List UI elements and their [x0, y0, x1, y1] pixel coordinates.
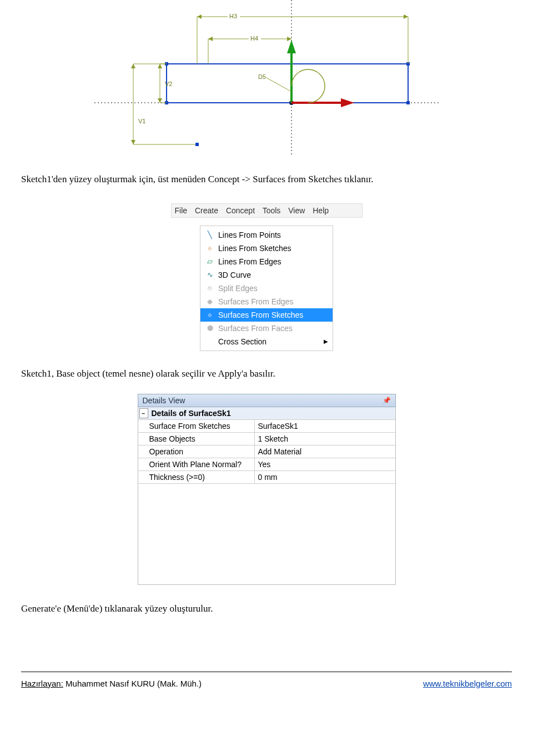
svg-marker-9: [287, 40, 296, 53]
menu-item-surfaces-from-edges: ◆ Surfaces From Edges: [200, 295, 333, 308]
menu-tools[interactable]: Tools: [263, 206, 281, 215]
menu-item-lines-from-sketches[interactable]: ⟐ Lines From Sketches: [200, 242, 333, 255]
dim-d5-label: D5: [258, 73, 266, 80]
menu-item-label: Cross Section: [218, 336, 320, 347]
blank-icon: [205, 337, 215, 346]
collapse-icon[interactable]: −: [139, 408, 148, 418]
menu-item-label: Surfaces From Faces: [218, 323, 328, 334]
footer-prepared-label: Hazırlayan:: [21, 679, 63, 688]
details-value: 0 mm: [255, 471, 395, 483]
svg-marker-30: [131, 64, 135, 68]
details-key: Operation: [138, 445, 255, 458]
line-points-icon: ╲: [205, 231, 215, 239]
menu-item-label: Split Edges: [218, 283, 328, 294]
line-edges-icon: ▱: [205, 257, 215, 266]
menu-item-label: Lines From Edges: [218, 256, 328, 267]
svg-marker-31: [131, 140, 135, 144]
details-value: 1 Sketch: [255, 433, 395, 445]
svg-marker-26: [158, 98, 162, 103]
details-value: SurfaceSk1: [255, 420, 395, 432]
menu-item-label: Surfaces From Edges: [218, 296, 328, 307]
details-value: Yes: [255, 458, 395, 470]
details-key: Surface From Sketches: [138, 420, 255, 432]
details-row[interactable]: Orient With Plane Normal? Yes: [138, 458, 395, 471]
menu-item-label: Lines From Points: [218, 229, 328, 241]
menu-item-cross-section[interactable]: Cross Section ▶: [200, 335, 333, 348]
footer-author: Hazırlayan: Muhammet Nasıf KURU (Mak. Mü…: [21, 679, 202, 688]
details-row[interactable]: Thickness (>=0) 0 mm: [138, 471, 395, 484]
concept-dropdown: ╲ Lines From Points ⟐ Lines From Sketche…: [200, 226, 333, 351]
details-row[interactable]: Surface From Sketches SurfaceSk1: [138, 420, 395, 433]
svg-rect-6: [406, 101, 410, 104]
surface-edges-icon: ◆: [205, 297, 215, 306]
details-key: Thickness (>=0): [138, 471, 255, 483]
svg-marker-15: [404, 14, 408, 19]
details-group-row[interactable]: − Details of SurfaceSk1: [138, 407, 395, 420]
svg-marker-11: [341, 98, 354, 107]
svg-marker-25: [158, 64, 162, 68]
details-value: Add Material: [255, 445, 395, 458]
paragraph-2: Sketch1, Base object (temel nesne) olara…: [21, 367, 512, 381]
details-row[interactable]: Operation Add Material: [138, 445, 395, 458]
surface-sketches-icon: ⟐: [205, 311, 215, 319]
menu-item-surfaces-from-sketches[interactable]: ⟐ Surfaces From Sketches: [200, 308, 333, 322]
footer-author-name: Muhammet Nasıf KURU (Mak. Müh.): [66, 679, 202, 688]
details-key: Orient With Plane Normal?: [138, 458, 255, 470]
menu-item-split-edges: ⎋ Split Edges: [200, 282, 333, 295]
menu-item-label: Lines From Sketches: [218, 243, 328, 254]
paragraph-1: Sketch1'den yüzey oluşturmak için, üst m…: [21, 172, 512, 187]
svg-rect-34: [195, 143, 199, 146]
dim-h3-label: H3: [229, 13, 237, 19]
menu-item-lines-from-edges[interactable]: ▱ Lines From Edges: [200, 255, 333, 268]
svg-marker-14: [197, 14, 202, 19]
menu-help[interactable]: Help: [313, 206, 329, 215]
details-view-panel: Details View 📌 − Details of SurfaceSk1 S…: [138, 394, 396, 585]
details-key: Base Objects: [138, 433, 255, 445]
page-footer: Hazırlayan: Muhammet Nasıf KURU (Mak. Mü…: [21, 672, 512, 688]
menu-item-lines-from-points[interactable]: ╲ Lines From Points: [200, 228, 333, 242]
menu-item-label: 3D Curve: [218, 269, 328, 281]
menu-concept[interactable]: Concept: [226, 206, 255, 215]
menu-item-label: Surfaces From Sketches: [218, 309, 328, 321]
pin-icon[interactable]: 📌: [383, 397, 391, 404]
menu-create[interactable]: Create: [195, 206, 218, 215]
details-row[interactable]: Base Objects 1 Sketch: [138, 433, 395, 445]
menu-item-surfaces-from-faces: ⬢ Surfaces From Faces: [200, 322, 333, 335]
svg-line-12: [266, 78, 291, 92]
menu-view[interactable]: View: [288, 206, 305, 215]
dim-h4-label: H4: [250, 35, 258, 42]
submenu-arrow-icon: ▶: [324, 336, 328, 347]
surface-faces-icon: ⬢: [205, 324, 215, 333]
sketch-figure: D5 H3 H4 V2: [94, 0, 439, 156]
svg-marker-21: [287, 37, 291, 41]
paragraph-3: Generate'e (Menü'de) tıklanarak yüzey ol…: [21, 602, 512, 616]
split-icon: ⎋: [205, 284, 215, 293]
dim-v2-label: V2: [165, 81, 172, 87]
menu-file[interactable]: File: [175, 206, 188, 215]
footer-link[interactable]: www.teknikbelgeler.com: [423, 679, 512, 688]
dim-v1-label: V1: [138, 118, 145, 124]
curve-icon: ∿: [205, 271, 215, 279]
details-view-title: Details View: [143, 396, 185, 405]
app-menubar: File Create Concept Tools View Help: [171, 203, 363, 218]
details-group-title: Details of SurfaceSk1: [149, 407, 395, 419]
svg-marker-20: [208, 37, 213, 41]
svg-rect-2: [167, 64, 408, 103]
details-view-header: Details View 📌: [138, 394, 396, 407]
line-sketches-icon: ⟐: [205, 244, 215, 253]
menu-item-3d-curve[interactable]: ∿ 3D Curve: [200, 268, 333, 282]
